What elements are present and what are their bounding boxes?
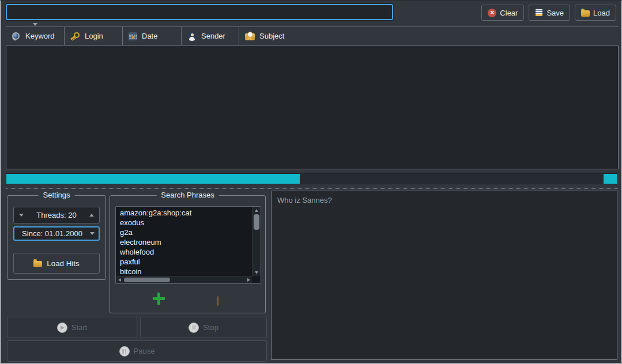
load-hits-button[interactable]: Load Hits xyxy=(13,253,100,274)
column-label: Subject xyxy=(259,32,284,40)
arrow-left-icon xyxy=(118,278,121,282)
column-label: Login xyxy=(85,32,103,40)
pause-button-label: Pause xyxy=(134,347,155,355)
magnifier-icon xyxy=(12,32,21,41)
scroll-left-button[interactable] xyxy=(116,276,123,283)
column-label: Date xyxy=(142,32,157,40)
folder-icon xyxy=(581,10,590,17)
calendar-icon xyxy=(129,32,137,40)
horizontal-scroll-thumb[interactable] xyxy=(124,278,170,282)
list-item[interactable]: wholefood xyxy=(120,247,252,257)
notes-textarea[interactable] xyxy=(271,191,617,360)
toolbar: Clear Save Load xyxy=(481,5,616,21)
minus-icon xyxy=(217,296,218,306)
progress-right-chunk xyxy=(604,174,617,184)
start-button-label: Start xyxy=(71,323,87,332)
search-phrases-group: Search Phrases amazon:g2a:shop:cat exodu… xyxy=(110,195,266,313)
load-button[interactable]: Load xyxy=(575,5,616,21)
arrow-up-icon xyxy=(255,209,258,212)
plus-icon xyxy=(153,293,165,305)
horizontal-scrollbar[interactable] xyxy=(116,276,252,283)
remove-phrase-button[interactable] xyxy=(211,297,225,302)
phrases-list: amazon:g2a:shop:cat exodus g2a electrone… xyxy=(116,207,252,276)
arrow-down-icon xyxy=(255,271,258,274)
load-hits-label: Load Hits xyxy=(47,259,79,268)
scroll-up-button[interactable] xyxy=(252,207,261,214)
list-item[interactable]: g2a xyxy=(120,227,252,237)
search-phrases-group-title: Search Phrases xyxy=(156,191,219,199)
save-button-label: Save xyxy=(546,9,564,17)
scroll-down-button[interactable] xyxy=(252,269,261,276)
settings-group: Settings Threads: 20 Since: 01.01.2000 L… xyxy=(7,195,106,280)
load-button-label: Load xyxy=(593,9,610,17)
progress-fill xyxy=(6,174,300,184)
progress-bar xyxy=(6,173,618,184)
clear-button[interactable]: Clear xyxy=(481,5,524,21)
chevron-down-icon xyxy=(90,232,95,235)
save-icon xyxy=(535,9,543,17)
since-combobox[interactable]: Since: 01.01.2000 xyxy=(13,226,100,241)
column-header-subject[interactable]: Subject xyxy=(239,27,619,45)
results-table-header: Keyword Login Date Sender Subject xyxy=(6,26,619,46)
add-phrase-button[interactable] xyxy=(153,293,165,305)
column-header-sender[interactable]: Sender xyxy=(182,27,239,45)
column-header-login[interactable]: Login xyxy=(65,27,123,45)
vertical-scroll-thumb[interactable] xyxy=(254,214,259,230)
clear-button-label: Clear xyxy=(500,9,518,17)
save-button[interactable]: Save xyxy=(529,5,570,21)
list-item[interactable]: electroneum xyxy=(120,237,252,247)
results-table-body[interactable] xyxy=(6,46,619,169)
clear-icon xyxy=(488,9,496,17)
section-divider xyxy=(6,188,618,189)
envelope-icon xyxy=(245,33,255,40)
spinner-increment-button[interactable] xyxy=(89,214,94,217)
column-header-date[interactable]: Date xyxy=(123,27,182,45)
search-input[interactable] xyxy=(6,4,393,20)
play-icon xyxy=(57,323,67,333)
phrases-listbox[interactable]: amazon:g2a:shop:cat exodus g2a electrone… xyxy=(115,206,261,284)
list-item[interactable]: bitcoin xyxy=(120,267,252,276)
threads-value: Threads: 20 xyxy=(36,211,76,219)
pause-icon xyxy=(119,346,130,357)
threads-spinner[interactable]: Threads: 20 xyxy=(13,207,100,223)
list-item[interactable]: amazon:g2a:shop:cat xyxy=(120,208,252,218)
sort-indicator-icon xyxy=(33,23,37,26)
person-icon xyxy=(187,32,197,41)
app-window: Clear Save Load Keyword Login Date Sende… xyxy=(0,0,622,364)
pause-button[interactable]: Pause xyxy=(7,340,267,362)
vertical-scrollbar[interactable] xyxy=(252,207,261,276)
stop-button[interactable]: Stop xyxy=(140,317,267,338)
start-button[interactable]: Start xyxy=(7,317,137,338)
column-label: Keyword xyxy=(25,32,55,40)
column-label: Sender xyxy=(201,32,225,40)
list-item[interactable]: exodus xyxy=(120,218,252,227)
list-item[interactable]: paxful xyxy=(120,257,252,267)
stop-icon xyxy=(189,323,199,333)
column-header-keyword[interactable]: Keyword xyxy=(6,27,65,45)
settings-group-title: Settings xyxy=(39,191,75,199)
since-value: Since: 01.01.2000 xyxy=(14,229,90,238)
stop-button-label: Stop xyxy=(203,323,218,332)
scroll-right-button[interactable] xyxy=(245,276,252,283)
arrow-right-icon xyxy=(247,278,250,282)
folder-icon xyxy=(33,261,42,267)
key-icon xyxy=(70,32,80,41)
spinner-decrement-button[interactable] xyxy=(19,214,24,217)
